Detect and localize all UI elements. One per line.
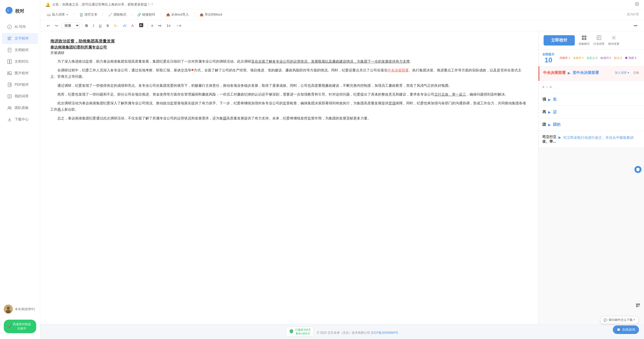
- sidebar-item-doc-check-label: 文档校对: [15, 48, 29, 52]
- para-4: 然而，纪委也发现了一些问题和不足。部分公司在项目推进、资金使用等方面存在管理漏洞…: [50, 91, 528, 98]
- user-info: 未名湖(使用中): [0, 303, 40, 316]
- switch-mode-option[interactable]: 切换模式: [579, 35, 590, 46]
- sidebar-item-text-check[interactable]: 文字校对: [2, 33, 38, 44]
- add-wordbank-button[interactable]: 📖 加入词库 ▼: [45, 11, 70, 18]
- import-word-button[interactable]: 📥 从Word导入: [165, 11, 190, 18]
- export-icon: 📤: [200, 13, 204, 17]
- logo-area: i 校对: [0, 3, 40, 21]
- underline-button[interactable]: U: [97, 23, 103, 29]
- num-list-button[interactable]: 1≡: [165, 23, 172, 29]
- ai-button[interactable]: AI: [122, 23, 128, 29]
- sug-1-ignore[interactable]: 忽略: [632, 70, 640, 75]
- icp-link[interactable]: 京ICP备20009884号: [371, 331, 398, 334]
- svg-point-17: [6, 310, 11, 313]
- shield-icon: [289, 329, 294, 334]
- message-icon: 💬: [603, 318, 607, 322]
- sensitive-label: 敏感词 0: [600, 56, 611, 60]
- logo-icon: i: [5, 6, 13, 16]
- font-color-button[interactable]: A: [130, 23, 135, 29]
- qr-float-button[interactable]: [634, 302, 641, 309]
- suggestion-item-6[interactable]: 司立行立改、举... ▶ 司立即采取行动进行改正，并且从中吸取教训: [539, 131, 644, 148]
- highlight-button[interactable]: A↑: [112, 23, 119, 29]
- editor-area[interactable]: 推进政治监督，助推集团高质量发展 泰达南港集团纪委到所属专业公司 开展调研 为了…: [40, 31, 538, 324]
- link-check-button[interactable]: 🔗 链接校对: [136, 11, 157, 18]
- download-icon: [7, 117, 12, 122]
- ask-widget[interactable]: 💬 请问插件怎么下载？: [600, 316, 639, 324]
- punct-stat[interactable]: 标点 0: [614, 56, 622, 60]
- suggestion-item-2[interactable]: › 、: [539, 81, 644, 93]
- sidebar-item-ai-write[interactable]: AI 写作: [2, 21, 38, 32]
- bold-button[interactable]: B: [84, 23, 89, 29]
- italic-button[interactable]: I: [91, 23, 95, 29]
- shield-float-button[interactable]: [634, 166, 641, 173]
- announcement-close-button[interactable]: [635, 2, 639, 7]
- low-prob-stat[interactable]: 低概率 0: [573, 56, 584, 60]
- sensitive-stat[interactable]: 敏感词 0: [600, 56, 611, 60]
- sidebar-item-doc-check[interactable]: 文档校对: [2, 45, 38, 56]
- paragraph-select[interactable]: 段落 标题1 标题2: [61, 22, 80, 29]
- sidebar-item-download[interactable]: 下载中心: [2, 114, 38, 125]
- copyright-text: © 2022 交互未来（北京）技术有限公司: [317, 331, 370, 334]
- toolbar-sep-3: [132, 12, 132, 17]
- align-button[interactable]: ≡: [149, 23, 155, 29]
- clear-format-button[interactable]: 🧹 清除格式: [107, 11, 128, 18]
- premium-stat[interactable]: ◆ 高级 9: [625, 56, 636, 60]
- sug-3-original: 强: [542, 97, 546, 102]
- check-settings-option[interactable]: 校对设置: [608, 35, 619, 46]
- upgrade-button[interactable]: 🚀 高速校对权益生效中: [4, 320, 36, 333]
- suggestion-item-1[interactable]: 中央决策部署 ▶ 党中央决策部署 加入词库 ▾ 忽略: [539, 66, 644, 81]
- right-panel: 立即校对 切换模式 行业词库: [538, 31, 644, 324]
- custom-stat[interactable]: 自定义 0: [587, 56, 597, 60]
- my-wordbank-icon: [7, 94, 12, 99]
- suggestion-item-3[interactable]: 强 ▶ 实: [539, 93, 644, 106]
- export-word-button[interactable]: 📤 导出到Word: [198, 11, 224, 18]
- fmt-sep-1: [82, 23, 82, 28]
- sidebar-item-image-check[interactable]: 图片校对: [2, 68, 38, 79]
- sug-6-original: 司立行立改、举...: [542, 135, 556, 144]
- book-icon: 📖: [47, 13, 51, 17]
- undo-button[interactable]: ↩: [45, 23, 51, 29]
- svg-text:A: A: [140, 24, 142, 27]
- announcement-text: 公告：在限速之后，您可以通过官网右上角的分享，获取更多权益！！: [52, 2, 154, 7]
- strikethrough-button[interactable]: S: [105, 23, 110, 29]
- svg-rect-35: [638, 307, 639, 307]
- svg-rect-23: [582, 38, 584, 40]
- suggestion-item-5[interactable]: 团 ▶ 团的: [539, 118, 644, 131]
- fmt-sep-2: [147, 23, 147, 28]
- link-icon: 🔗: [137, 13, 141, 17]
- clear-text-button[interactable]: 🗑️ 清空文本: [78, 11, 99, 18]
- ask-widget-label: 请问插件怎么下载？: [609, 318, 636, 322]
- rocket-icon: 🚀: [8, 325, 11, 328]
- chat-widget[interactable]: 💬 在线咨询: [613, 325, 639, 334]
- sidebar-item-doc-compare[interactable]: 文档对比: [2, 56, 38, 67]
- indent-button[interactable]: →≡: [174, 23, 183, 29]
- mode-options: 切换模式 行业词库 校对设置: [579, 35, 619, 46]
- sug-2-dot-2: [550, 86, 552, 88]
- total-stat[interactable]: 全部提示 10: [542, 52, 554, 64]
- more-format-button[interactable]: •••: [632, 23, 639, 29]
- sug-5-replacement: 团的: [553, 122, 560, 127]
- suggestion-item-4[interactable]: 再 ▶ 迈: [539, 106, 644, 118]
- logo-text: 校对: [15, 8, 24, 14]
- sug-1-add-wordbank[interactable]: 加入词库 ▾: [614, 70, 630, 75]
- bullet-button[interactable]: •≡: [157, 23, 163, 29]
- user-name: 未名湖(使用中): [15, 307, 35, 311]
- gear-icon: [611, 35, 617, 41]
- svg-rect-11: [8, 83, 11, 87]
- sidebar-item-pdf-check[interactable]: PDF校对: [2, 79, 38, 90]
- doc-body: 为了深入推进政治监督，助力泰达南港集团实现高质量发展，集团纪委近日组织了一次对所…: [50, 58, 528, 122]
- sidebar-item-my-wordbank[interactable]: 我的词库: [2, 91, 38, 102]
- high-prob-stat[interactable]: 高概率 1: [559, 56, 570, 60]
- custom-label: 自定义 0: [587, 56, 597, 60]
- svg-point-13: [8, 107, 10, 108]
- diamond-icon: ◆: [625, 56, 628, 59]
- check-now-button[interactable]: 立即校对: [544, 35, 575, 46]
- redo-button[interactable]: ↪: [53, 23, 59, 29]
- industry-wordbank-option[interactable]: 行业词库: [593, 35, 604, 46]
- font-bg-button[interactable]: A: [137, 22, 145, 29]
- sidebar-item-team-board[interactable]: 团队面板: [2, 102, 38, 113]
- main-toolbar: 📖 加入词库 ▼ 🗑️ 清空文本 🧹 清除格式 🔗 链接校对 📥: [40, 9, 644, 20]
- sidebar-item-download-label: 下载中心: [15, 117, 29, 122]
- nav-items: AI 写作 文字校对 文档校对 文档对比: [0, 21, 40, 303]
- high-label: 高概率 1: [559, 56, 570, 60]
